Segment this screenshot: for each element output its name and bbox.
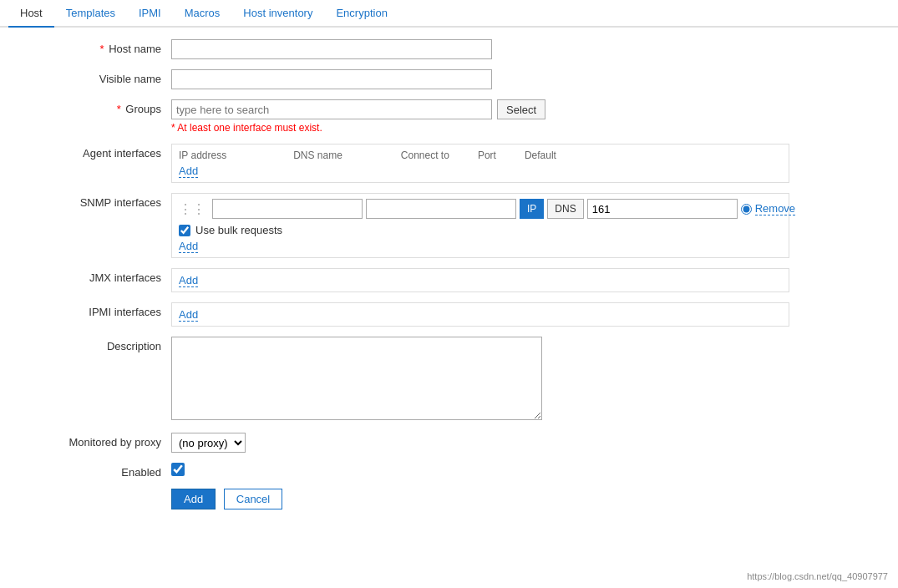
- visible-name-field: [171, 69, 881, 89]
- proxy-row: Monitored by proxy (no proxy): [17, 433, 881, 453]
- snmp-dns-input[interactable]: [366, 199, 516, 219]
- tab-host-inventory[interactable]: Host inventory: [231, 0, 324, 28]
- use-bulk-checkbox[interactable]: [179, 225, 190, 236]
- col-ip: IP address: [179, 150, 226, 161]
- tab-host[interactable]: Host: [8, 0, 54, 28]
- add-snmp-link[interactable]: Add: [179, 240, 198, 253]
- description-row: Description: [17, 337, 881, 423]
- snmp-port-input[interactable]: [587, 199, 738, 219]
- tab-templates[interactable]: Templates: [54, 0, 127, 28]
- col-connect: Connect to: [401, 150, 449, 161]
- ipmi-interfaces-row: IPMI interfaces Add: [17, 302, 881, 327]
- ipmi-interfaces-box: Add: [171, 302, 789, 327]
- snmp-interface-entry: ⋮⋮ IP DNS Remove: [179, 199, 782, 219]
- host-name-row: * Host name: [17, 39, 881, 59]
- enabled-row: Enabled: [17, 463, 881, 479]
- tab-macros[interactable]: Macros: [173, 0, 232, 28]
- cancel-button[interactable]: Cancel: [224, 489, 282, 509]
- bulk-requests-row: Use bulk requests: [179, 224, 782, 236]
- snmp-ip-input[interactable]: [212, 199, 363, 219]
- proxy-select[interactable]: (no proxy): [171, 433, 246, 453]
- host-form: * Host name Visible name * Groups Select…: [0, 28, 898, 531]
- host-name-label: * Host name: [17, 39, 171, 55]
- groups-search-input[interactable]: [171, 99, 492, 119]
- snmp-interfaces-row: SNMP interfaces ⋮⋮ IP DNS Remove Use bul…: [17, 193, 881, 258]
- action-buttons: Add Cancel: [171, 489, 881, 509]
- at-least-one-warning: * At least one interface must exist.: [171, 119, 881, 134]
- snmp-ip-button[interactable]: IP: [520, 199, 544, 219]
- snmp-interfaces-box: ⋮⋮ IP DNS Remove Use bulk requests Add: [171, 193, 789, 258]
- host-name-input[interactable]: [171, 39, 492, 59]
- agent-interfaces-row: Agent interfaces IP address DNS name Con…: [17, 144, 881, 183]
- jmx-interfaces-field: Add: [171, 268, 881, 292]
- bulk-label: Use bulk requests: [195, 224, 282, 236]
- proxy-label: Monitored by proxy: [17, 433, 171, 449]
- add-jmx-link[interactable]: Add: [179, 274, 198, 287]
- tab-ipmi[interactable]: IPMI: [127, 0, 173, 28]
- snmp-remove-link[interactable]: Remove: [755, 202, 795, 215]
- agent-interfaces-box: IP address DNS name Connect to Port Defa…: [171, 144, 789, 183]
- tab-bar: Host Templates IPMI Macros Host inventor…: [0, 0, 898, 28]
- description-label: Description: [17, 337, 171, 352]
- snmp-dns-button[interactable]: DNS: [547, 199, 583, 219]
- visible-name-row: Visible name: [17, 69, 881, 89]
- jmx-interfaces-label: JMX interfaces: [17, 268, 171, 284]
- snmp-interfaces-field: ⋮⋮ IP DNS Remove Use bulk requests Add: [171, 193, 881, 258]
- agent-interfaces-field: IP address DNS name Connect to Port Defa…: [171, 144, 881, 183]
- col-default: Default: [525, 150, 556, 161]
- visible-name-label: Visible name: [17, 69, 171, 85]
- agent-interface-header: IP address DNS name Connect to Port Defa…: [179, 150, 782, 161]
- jmx-interfaces-row: JMX interfaces Add: [17, 268, 881, 292]
- description-field: [171, 337, 881, 423]
- host-name-field: [171, 39, 881, 59]
- ipmi-interfaces-field: Add: [171, 302, 881, 327]
- enabled-field: [171, 463, 881, 479]
- snmp-interfaces-label: SNMP interfaces: [17, 193, 171, 209]
- action-buttons-row: Add Cancel: [17, 489, 881, 509]
- ipmi-interfaces-label: IPMI interfaces: [17, 302, 171, 318]
- add-agent-link[interactable]: Add: [179, 165, 198, 178]
- tab-encryption[interactable]: Encryption: [324, 0, 398, 28]
- enabled-checkbox[interactable]: [171, 463, 185, 476]
- jmx-interfaces-box: Add: [171, 268, 789, 292]
- drag-handle-icon[interactable]: ⋮⋮: [179, 201, 205, 217]
- snmp-default-radio[interactable]: [741, 204, 752, 215]
- select-button[interactable]: Select: [497, 99, 545, 119]
- visible-name-input[interactable]: [171, 69, 492, 89]
- groups-field: Select * At least one interface must exi…: [171, 99, 881, 134]
- groups-row: * Groups Select * At least one interface…: [17, 99, 881, 134]
- add-button[interactable]: Add: [171, 489, 216, 509]
- add-ipmi-link[interactable]: Add: [179, 308, 198, 322]
- groups-label: * Groups: [17, 99, 171, 115]
- col-dns: DNS name: [293, 150, 342, 161]
- description-textarea[interactable]: [171, 337, 542, 420]
- col-port: Port: [478, 150, 496, 161]
- enabled-label: Enabled: [17, 463, 171, 479]
- agent-interfaces-label: Agent interfaces: [17, 144, 171, 160]
- proxy-field: (no proxy): [171, 433, 881, 453]
